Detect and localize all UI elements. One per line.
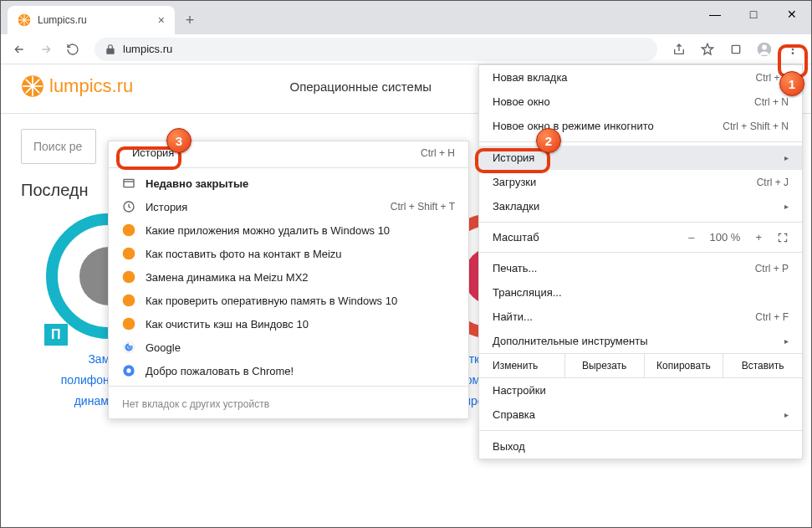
history-item[interactable]: Как поставить фото на контакт в Meizu: [109, 242, 468, 265]
callout-1: 1: [779, 71, 804, 96]
lumpics-favicon: [18, 13, 31, 27]
history-item[interactable]: Google: [109, 336, 468, 359]
menu-new-tab[interactable]: Новая вкладкаCtrl + T: [479, 65, 802, 90]
svg-point-10: [792, 52, 794, 54]
close-tab-icon[interactable]: ×: [158, 13, 165, 27]
maximize-button[interactable]: □: [734, 1, 773, 28]
svg-point-22: [123, 295, 135, 307]
svg-rect-5: [732, 45, 739, 53]
menu-more-tools[interactable]: Дополнительные инструменты▸: [479, 329, 802, 353]
chrome-main-menu: Новая вкладкаCtrl + T Новое окноCtrl + N…: [478, 64, 803, 459]
section-title: Последн: [21, 181, 105, 200]
svg-point-21: [123, 271, 135, 284]
back-button[interactable]: [8, 38, 31, 61]
site-search[interactable]: Поиск ре: [21, 129, 96, 164]
menu-print[interactable]: Печать...Ctrl + P: [479, 256, 802, 280]
svg-point-23: [123, 318, 135, 331]
lock-icon: [105, 44, 116, 55]
lumpics-logo-icon: [21, 74, 44, 98]
url-text: lumpics.ru: [123, 43, 172, 55]
menu-copy[interactable]: Копировать: [645, 354, 724, 377]
menu-button[interactable]: [781, 38, 804, 61]
submenu-history[interactable]: ИсторияCtrl + Shift + T: [109, 195, 468, 218]
menu-new-window[interactable]: Новое окноCtrl + N: [479, 90, 802, 114]
lumpics-favicon: [122, 247, 135, 260]
menu-edit-row: Изменить Вырезать Копировать Вставить: [479, 353, 802, 378]
lumpics-favicon: [122, 317, 135, 331]
callout-3: 3: [166, 128, 192, 153]
forward-button[interactable]: [34, 38, 58, 61]
history-item[interactable]: Какие приложения можно удалить в Windows…: [109, 218, 468, 242]
svg-point-8: [792, 44, 794, 47]
menu-history[interactable]: История▸: [479, 146, 802, 170]
lumpics-favicon: [122, 294, 135, 307]
svg-point-26: [126, 368, 130, 372]
new-tab-button[interactable]: +: [178, 8, 202, 32]
callout-2: 2: [536, 128, 561, 153]
menu-incognito[interactable]: Новое окно в режиме инкогнитоCtrl + Shif…: [479, 114, 802, 138]
zoom-out-button[interactable]: –: [688, 231, 694, 243]
menu-exit[interactable]: Выход: [479, 434, 802, 459]
window-titlebar: Lumpics.ru × + — □ ✕: [1, 1, 811, 34]
history-item[interactable]: Добро пожаловать в Chrome!: [109, 359, 468, 382]
history-item[interactable]: Замена динамика на Meizu MX2: [109, 265, 468, 289]
close-window-button[interactable]: ✕: [773, 1, 811, 28]
submenu-history-title[interactable]: ИсторияCtrl + H: [109, 141, 468, 164]
menu-settings[interactable]: Настройки: [479, 378, 802, 402]
share-icon[interactable]: [667, 38, 691, 61]
menu-cast[interactable]: Трансляция...: [479, 280, 802, 305]
history-submenu: ИсторияCtrl + H Недавно закрытые История…: [108, 141, 469, 419]
minimize-button[interactable]: —: [696, 1, 734, 28]
address-bar[interactable]: lumpics.ru: [94, 38, 657, 61]
menu-paste[interactable]: Вставить: [723, 354, 802, 377]
svg-point-9: [792, 48, 794, 50]
svg-point-7: [762, 44, 767, 49]
fullscreen-icon[interactable]: [777, 232, 789, 243]
svg-point-19: [123, 224, 135, 237]
window-icon: [122, 177, 135, 190]
clock-icon: [122, 200, 135, 213]
history-item[interactable]: Как проверить оперативную память в Windo…: [109, 289, 468, 312]
profile-icon[interactable]: [753, 38, 776, 61]
menu-help[interactable]: Справка▸: [479, 402, 802, 427]
menu-edit-label: Изменить: [479, 354, 565, 377]
reload-button[interactable]: [61, 38, 84, 61]
submenu-footer: Нет вкладок с других устройств: [109, 390, 468, 418]
submenu-recent: Недавно закрытые: [109, 172, 468, 195]
lumpics-favicon: [122, 223, 135, 237]
menu-cut[interactable]: Вырезать: [565, 354, 645, 377]
menu-downloads[interactable]: ЗагрузкиCtrl + J: [479, 170, 802, 194]
menu-bookmarks[interactable]: Закладки▸: [479, 194, 802, 218]
tab-title: Lumpics.ru: [38, 14, 87, 26]
zoom-in-button[interactable]: +: [755, 231, 762, 243]
nav-os[interactable]: Операционные системы: [289, 79, 432, 94]
extensions-icon[interactable]: [724, 38, 748, 61]
menu-zoom: Масштаб – 100 % +: [479, 226, 802, 249]
browser-toolbar: lumpics.ru: [1, 34, 811, 64]
svg-rect-16: [124, 179, 134, 187]
svg-point-20: [123, 248, 135, 260]
zoom-value: 100 %: [710, 231, 741, 243]
chrome-favicon: [122, 364, 135, 377]
lumpics-logo[interactable]: lumpics.ru: [21, 74, 133, 98]
bookmark-star-icon[interactable]: [696, 38, 719, 61]
google-favicon: [122, 341, 135, 354]
menu-find[interactable]: Найти...Ctrl + F: [479, 305, 802, 329]
browser-tab[interactable]: Lumpics.ru ×: [8, 6, 175, 34]
history-item[interactable]: Как очистить кэш на Виндовс 10: [109, 312, 468, 336]
lumpics-favicon: [122, 270, 135, 284]
